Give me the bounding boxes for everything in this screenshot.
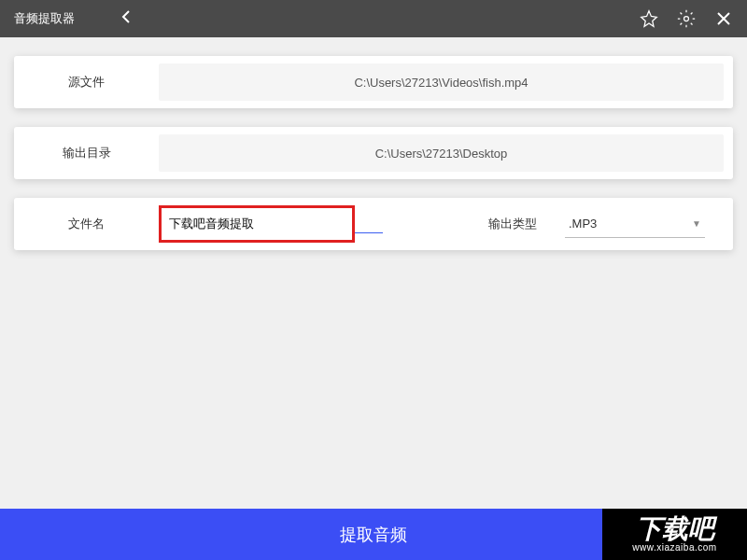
filename-highlight	[159, 205, 355, 243]
output-dir-path[interactable]: C:\Users\27213\Desktop	[159, 134, 724, 172]
close-icon[interactable]	[714, 9, 733, 28]
svg-point-0	[684, 17, 689, 21]
source-file-label: 源文件	[14, 74, 159, 91]
output-dir-label: 输出目录	[14, 145, 159, 161]
app-title: 音频提取器	[14, 10, 75, 27]
watermark-url: www.xiazaiba.com	[632, 542, 716, 553]
watermark-brand: 下载吧	[636, 516, 714, 542]
star-icon[interactable]	[640, 9, 658, 28]
chevron-down-icon: ▼	[692, 218, 701, 229]
filename-label: 文件名	[14, 216, 159, 232]
output-dir-row: 输出目录 C:\Users\27213\Desktop	[14, 127, 733, 179]
output-type-select[interactable]: .MP3 ▼	[565, 210, 705, 238]
output-type-value: .MP3	[569, 217, 597, 231]
output-type-label: 输出类型	[488, 216, 537, 232]
source-file-row: 源文件 C:\Users\27213\Videos\fish.mp4	[14, 56, 733, 108]
filename-underline	[355, 232, 383, 233]
back-icon[interactable]	[121, 9, 131, 29]
source-file-path[interactable]: C:\Users\27213\Videos\fish.mp4	[159, 63, 724, 101]
gear-icon[interactable]	[677, 9, 696, 28]
filename-input[interactable]	[169, 217, 345, 231]
titlebar: 音频提取器	[0, 0, 747, 37]
content-area: 源文件 C:\Users\27213\Videos\fish.mp4 输出目录 …	[0, 37, 747, 250]
watermark: 下载吧 www.xiazaiba.com	[602, 509, 747, 560]
filename-row: 文件名 输出类型 .MP3 ▼	[14, 198, 733, 250]
